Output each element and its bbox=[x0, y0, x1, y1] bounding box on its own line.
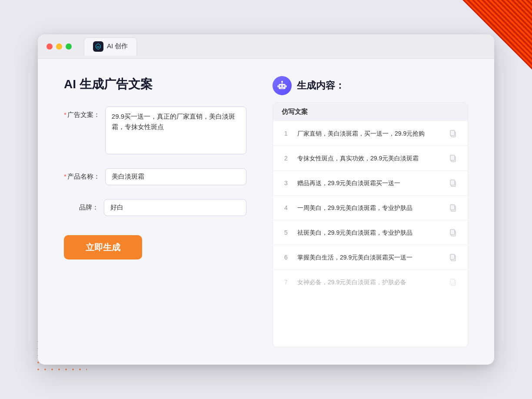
svg-rect-17 bbox=[450, 205, 455, 210]
product-name-input[interactable]: 美白淡斑霜 bbox=[105, 168, 246, 185]
table-row: 3 赠品再送，29.9元美白淡斑霜买一送一 bbox=[273, 171, 468, 196]
table-row: 5 祛斑美白，29.9元美白淡斑霜，专业护肤品 bbox=[273, 220, 468, 245]
page-title: AI 生成广告文案 bbox=[64, 76, 246, 93]
svg-point-7 bbox=[281, 81, 283, 83]
product-name-group: *产品名称： 美白淡斑霜 bbox=[64, 168, 246, 185]
minimize-button[interactable] bbox=[56, 43, 62, 50]
required-mark-2: * bbox=[64, 173, 66, 180]
row-text-7: 女神必备，29.9元美白淡斑霜，护肤必备 bbox=[297, 278, 440, 287]
brand-label: 品牌： bbox=[64, 203, 99, 212]
svg-point-4 bbox=[283, 85, 285, 87]
title-bar: AI AI 创作 bbox=[38, 34, 494, 59]
copy-icon-4[interactable] bbox=[447, 202, 459, 214]
content-area: AI 生成广告文案 *广告文案： 29.9买一送一，真正的厂家直销，美白淡斑霜，… bbox=[38, 59, 494, 365]
brand-group: 品牌： 好白 bbox=[64, 199, 246, 216]
table-row: 6 掌握美白生活，29.9元美白淡斑霜买一送一 bbox=[273, 245, 468, 270]
table-row-faded: 7 女神必备，29.9元美白淡斑霜，护肤必备 bbox=[273, 270, 468, 294]
svg-rect-19 bbox=[450, 229, 455, 235]
tab-ai-creation[interactable]: AI AI 创作 bbox=[84, 37, 137, 56]
row-text-5: 祛斑美白，29.9元美白淡斑霜，专业护肤品 bbox=[297, 228, 440, 237]
svg-rect-13 bbox=[450, 155, 455, 160]
row-number-5: 5 bbox=[282, 229, 290, 236]
svg-rect-5 bbox=[280, 88, 284, 89]
copy-icon-6[interactable] bbox=[447, 251, 459, 263]
svg-rect-11 bbox=[450, 130, 455, 136]
product-name-label: *产品名称： bbox=[64, 173, 100, 181]
row-number-2: 2 bbox=[282, 155, 290, 162]
row-number-4: 4 bbox=[282, 204, 290, 211]
generate-button[interactable]: 立即生成 bbox=[64, 235, 142, 259]
required-mark-1: * bbox=[64, 111, 66, 118]
row-text-2: 专抹女性斑点，真实功效，29.9元美白淡斑霜 bbox=[297, 154, 440, 163]
browser-window: AI AI 创作 AI 生成广告文案 *广告文案： 29.9买一送一，真正的厂家… bbox=[38, 34, 494, 365]
robot-icon bbox=[273, 76, 292, 95]
svg-rect-8 bbox=[277, 85, 279, 87]
table-header: 仿写文案 bbox=[273, 103, 468, 121]
table-row: 2 专抹女性斑点，真实功效，29.9元美白淡斑霜 bbox=[273, 146, 468, 171]
result-table: 仿写文案 1 厂家直销，美白淡斑霜，买一送一，29.9元抢购 2 专抹女性斑点，… bbox=[273, 102, 468, 347]
ad-copy-group: *广告文案： 29.9买一送一，真正的厂家直销，美白淡斑霜，专抹女性斑点 bbox=[64, 106, 246, 154]
row-text-3: 赠品再送，29.9元美白淡斑霜买一送一 bbox=[297, 179, 440, 188]
row-text-6: 掌握美白生活，29.9元美白淡斑霜买一送一 bbox=[297, 253, 440, 262]
row-text-4: 一周美白，29.9元美白淡斑霜，专业护肤品 bbox=[297, 203, 440, 213]
copy-icon-5[interactable] bbox=[447, 226, 459, 239]
svg-rect-23 bbox=[450, 279, 455, 284]
close-button[interactable] bbox=[47, 43, 53, 50]
svg-rect-15 bbox=[450, 180, 455, 185]
table-row: 1 厂家直销，美白淡斑霜，买一送一，29.9元抢购 bbox=[273, 121, 468, 146]
ad-copy-label: *广告文案： bbox=[64, 111, 100, 119]
copy-icon-2[interactable] bbox=[447, 152, 459, 164]
ai-icon: AI bbox=[93, 41, 103, 52]
copy-icon-3[interactable] bbox=[447, 177, 459, 189]
right-panel: 生成内容： 仿写文案 1 厂家直销，美白淡斑霜，买一送一，29.9元抢购 2 bbox=[273, 76, 468, 347]
row-number-7: 7 bbox=[282, 279, 290, 286]
result-header: 生成内容： bbox=[273, 76, 468, 95]
table-row: 4 一周美白，29.9元美白淡斑霜，专业护肤品 bbox=[273, 196, 468, 220]
row-number-1: 1 bbox=[282, 130, 290, 137]
svg-rect-21 bbox=[450, 254, 455, 259]
tab-title: AI 创作 bbox=[107, 42, 128, 50]
svg-rect-9 bbox=[286, 85, 287, 87]
row-number-3: 3 bbox=[282, 180, 290, 186]
row-number-6: 6 bbox=[282, 254, 290, 261]
window-controls bbox=[47, 43, 72, 50]
copy-icon-1[interactable] bbox=[447, 127, 459, 140]
copy-icon-7[interactable] bbox=[447, 276, 459, 288]
maximize-button[interactable] bbox=[66, 43, 72, 50]
svg-point-3 bbox=[280, 85, 282, 87]
ad-copy-input[interactable]: 29.9买一送一，真正的厂家直销，美白淡斑霜，专抹女性斑点 bbox=[105, 106, 246, 154]
result-title: 生成内容： bbox=[297, 79, 345, 92]
left-panel: AI 生成广告文案 *广告文案： 29.9买一送一，真正的厂家直销，美白淡斑霜，… bbox=[64, 76, 246, 347]
row-text-1: 厂家直销，美白淡斑霜，买一送一，29.9元抢购 bbox=[297, 129, 440, 138]
brand-input[interactable]: 好白 bbox=[104, 199, 246, 216]
svg-text:AI: AI bbox=[97, 45, 100, 48]
